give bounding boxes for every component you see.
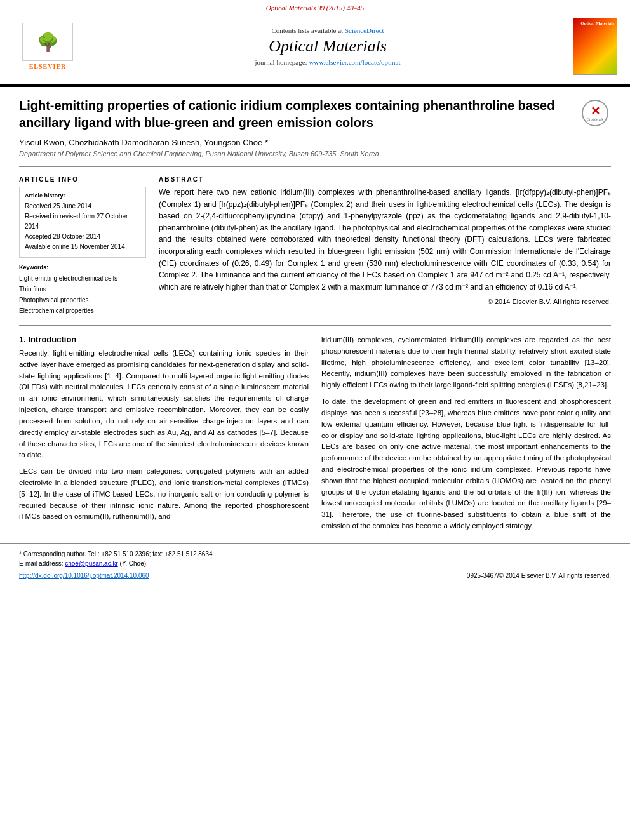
crossmark-badge[interactable]: ✕ CrossMark bbox=[579, 97, 611, 129]
homepage-link[interactable]: www.elsevier.com/locate/optmat bbox=[309, 58, 400, 66]
footer-area: * Corresponding author. Tel.: +82 51 510… bbox=[0, 543, 630, 584]
elsevier-logo: 🌳 ELSEVIER bbox=[13, 23, 83, 70]
footer-copyright: 0925-3467/© 2014 Elsevier B.V. All right… bbox=[467, 572, 611, 579]
sciencedirect-link[interactable]: ScienceDirect bbox=[345, 27, 384, 34]
affiliation: Department of Polymer Science and Chemic… bbox=[19, 150, 611, 157]
intro-p2: LECs can be divided into two main catego… bbox=[19, 466, 309, 523]
footnote-text: Corresponding author. Tel.: +82 51 510 2… bbox=[23, 550, 215, 557]
journal-center: Contents lists available at ScienceDirec… bbox=[83, 27, 573, 66]
section-divider-2 bbox=[19, 325, 611, 326]
footnote-symbol: * bbox=[19, 550, 22, 557]
homepage-line: journal homepage: www.elsevier.com/locat… bbox=[83, 58, 573, 66]
elsevier-label: ELSEVIER bbox=[29, 63, 67, 70]
elsevier-logo-box: 🌳 bbox=[22, 23, 73, 61]
crossmark-icon: ✕ bbox=[591, 105, 600, 117]
journal-header: Optical Materials 39 (2015) 40–45 🌳 ELSE… bbox=[0, 0, 630, 85]
body-col-right: iridium(III) complexes, cyclometalated i… bbox=[321, 335, 611, 537]
revised-date: Received in revised form 27 October 2014 bbox=[25, 211, 140, 232]
article-info-heading: ARTICLE INFO bbox=[19, 176, 146, 183]
footnote: * Corresponding author. Tel.: +82 51 510… bbox=[19, 549, 611, 568]
email-link[interactable]: choe@pusan.ac.kr bbox=[65, 560, 118, 567]
article-history-box: Article history: Received 25 June 2014 R… bbox=[19, 187, 146, 258]
article-title-section: Light-emitting properties of cationic ir… bbox=[19, 87, 611, 138]
intro-col1-text: Recently, light-emitting electrochemical… bbox=[19, 348, 309, 523]
abstract-copyright: © 2014 Elsevier B.V. All rights reserved… bbox=[159, 298, 611, 305]
doi-link[interactable]: http://dx.doi.org/10.1016/j.optmat.2014.… bbox=[19, 572, 149, 579]
email-label: E-mail address: bbox=[19, 560, 63, 567]
crossmark-circle: ✕ CrossMark bbox=[582, 100, 608, 126]
keyword-1: Light-emitting electrochemical cells bbox=[19, 273, 146, 284]
accepted-date: Accepted 28 October 2014 bbox=[25, 232, 140, 242]
sciencedirect-line: Contents lists available at ScienceDirec… bbox=[83, 27, 573, 34]
intro-col2-p2: To date, the development of green and re… bbox=[321, 396, 611, 532]
content-area: Light-emitting properties of cationic ir… bbox=[0, 87, 630, 537]
article-info-col: ARTICLE INFO Article history: Received 2… bbox=[19, 176, 146, 316]
abstract-col: ABSTRACT We report here two new cationic… bbox=[159, 176, 611, 316]
journal-top-bar: Optical Materials 39 (2015) 40–45 bbox=[0, 0, 630, 13]
info-abstract-row: ARTICLE INFO Article history: Received 2… bbox=[19, 176, 611, 316]
journal-cover: Optical Materials bbox=[573, 18, 617, 75]
abstract-heading: ABSTRACT bbox=[159, 176, 611, 183]
body-col-left: 1. Introduction Recently, light-emitting… bbox=[19, 335, 309, 537]
article-history-label: Article history: bbox=[25, 192, 140, 199]
intro-col2-p1: iridium(III) complexes, cyclometalated i… bbox=[321, 335, 611, 391]
cover-label: Optical Materials bbox=[580, 21, 614, 26]
journal-banner: 🌳 ELSEVIER Contents lists available at S… bbox=[0, 13, 630, 79]
keyword-list: Light-emitting electrochemical cells Thi… bbox=[19, 273, 146, 316]
journal-citation: Optical Materials 39 (2015) 40–45 bbox=[266, 4, 365, 11]
article-title: Light-emitting properties of cationic ir… bbox=[19, 97, 579, 131]
footer-bottom: http://dx.doi.org/10.1016/j.optmat.2014.… bbox=[19, 572, 611, 579]
abstract-text: We report here two new cationic iridium(… bbox=[159, 187, 611, 293]
intro-col2-text: iridium(III) complexes, cyclometalated i… bbox=[321, 335, 611, 532]
crossmark-label: CrossMark bbox=[587, 117, 604, 121]
available-date: Available online 15 November 2014 bbox=[25, 242, 140, 252]
keyword-2: Thin films bbox=[19, 284, 146, 295]
page: Optical Materials 39 (2015) 40–45 🌳 ELSE… bbox=[0, 0, 630, 840]
intro-heading: 1. Introduction bbox=[19, 335, 309, 344]
body-two-col: 1. Introduction Recently, light-emitting… bbox=[19, 335, 611, 537]
journal-title: Optical Materials bbox=[83, 37, 573, 56]
email-suffix: (Y. Choe). bbox=[120, 560, 148, 567]
authors: Yiseul Kwon, Chozhidakath Damodharan Sun… bbox=[19, 138, 611, 147]
section-divider-1 bbox=[19, 166, 611, 167]
tree-icon: 🌳 bbox=[37, 32, 59, 53]
keywords-label: Keywords: bbox=[19, 264, 146, 270]
keyword-3: Photophysical properties bbox=[19, 295, 146, 305]
received-date: Received 25 June 2014 bbox=[25, 201, 140, 211]
intro-p1: Recently, light-emitting electrochemical… bbox=[19, 348, 309, 461]
keyword-4: Electrochemical properties bbox=[19, 305, 146, 316]
